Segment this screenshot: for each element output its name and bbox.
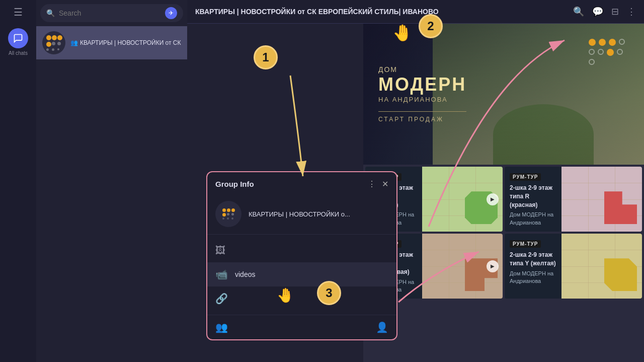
card-map-yellow [561, 234, 642, 299]
cards-grid: РУМ-ТУР 2-шка 2-9 этаж типа G (зеленая) … [363, 165, 644, 301]
step-1-circle: 1 [254, 45, 278, 69]
banner-subtitle-text: НА АНДРИАНОВА [378, 96, 466, 103]
card-right-green: ▶ [422, 167, 503, 232]
header-icons: 🔍 💬 ⊟ ⋮ [573, 6, 636, 17]
card-right-yellow [561, 234, 642, 299]
card-right-red [561, 167, 642, 232]
group-info-icon-row: ⋮ ✕ [368, 179, 388, 189]
group-info-more-icon[interactable]: ⋮ [368, 179, 376, 189]
group-info-header: Group Info ⋮ ✕ [207, 172, 396, 196]
card-yellow[interactable]: РУМ-ТУР 2-шка 2-9 этаж типа Y (желтая) Д… [505, 234, 642, 299]
all-chats-icon [8, 28, 28, 48]
banner-modern-text: МОДЕРН [378, 76, 466, 94]
card-map-red [561, 167, 642, 232]
step-3-label: 3 [326, 286, 332, 300]
banner-dom-text: ДОМ [378, 65, 466, 74]
search-icon: 🔍 [46, 9, 55, 17]
chat-header-icon[interactable]: 💬 [592, 6, 603, 17]
card-right-brown: ▶ [422, 234, 503, 299]
step-2-label: 2 [427, 19, 434, 33]
avatar-dots [44, 33, 63, 53]
group-options: 🖼 📹 videos 🔗 [207, 235, 396, 315]
more-header-icon[interactable]: ⋮ [627, 6, 636, 17]
step-2-circle: 2 [419, 14, 443, 38]
group-info-close-icon[interactable]: ✕ [382, 179, 388, 189]
group-option-photos[interactable]: 🖼 [207, 239, 396, 262]
play-btn-1[interactable]: ▶ [487, 193, 499, 205]
play-btn-3[interactable]: ▶ [487, 260, 499, 272]
add-member-icon[interactable]: 👤 [376, 321, 388, 333]
group-name-text: КВАРТИРЫ | НОВОСТРОЙКИ о... [249, 210, 350, 218]
group-avatar-dots [221, 207, 236, 221]
card-red[interactable]: РУМ-ТУР 2-шка 2-9 этаж типа R (красная) … [505, 167, 642, 232]
main-area: КВАРТИРЫ | НОВОСТРОЙКИ от СК ЕВРОПЕЙСКИЙ… [187, 0, 644, 362]
step-1-label: 1 [262, 50, 269, 64]
card-title-4: 2-шка 2-9 этаж типа Y (желтая) [510, 251, 556, 268]
card-subtitle-4: Дом МОДЕРН на Андрианова [510, 270, 556, 285]
videos-label: videos [235, 270, 255, 278]
layout-header-icon[interactable]: ⊟ [611, 6, 619, 17]
card-left-yellow: РУМ-ТУР 2-шка 2-9 этаж типа Y (желтая) Д… [505, 234, 561, 299]
card-map-green: ▶ [422, 167, 503, 232]
sidebar-item-all-chats[interactable]: All chats [8, 28, 28, 56]
rum-tag-2: РУМ-ТУР [510, 173, 541, 181]
photos-icon: 🖼 [215, 245, 225, 256]
search-bar[interactable]: 🔍 ✈ [40, 4, 183, 22]
card-left-red: РУМ-ТУР 2-шка 2-9 этаж типа R (красная) … [505, 167, 561, 232]
chat-header: КВАРТИРЫ | НОВОСТРОЙКИ от СК ЕВРОПЕЙСКИЙ… [187, 0, 644, 24]
floorplan-red [604, 191, 637, 224]
cursor-hand-1: 🤚 [392, 23, 413, 42]
chat-list-item[interactable]: 👥 КВАРТИРЫ | НОВОСТРОЙКИ от СК ЕВРОПЕЙСК… [36, 26, 187, 59]
group-option-links[interactable]: 🔗 [207, 286, 396, 311]
chat-name-icon: 👥 [70, 39, 78, 46]
rum-tag-4: РУМ-ТУР [510, 240, 541, 248]
chat-info: 👥 КВАРТИРЫ | НОВОСТРОЙКИ от СК ЕВРОПЕЙСК… [70, 39, 181, 46]
card-map-brown: ▶ [422, 234, 503, 299]
foliage [493, 104, 594, 165]
group-footer: 👥 👤 [207, 315, 396, 339]
menu-icon[interactable]: ☰ [14, 6, 23, 18]
card-subtitle-2: Дом МОДЕРН на Андрианова [510, 211, 556, 227]
videos-icon: 📹 [215, 268, 228, 280]
sidebar: ☰ All chats [0, 0, 36, 362]
telegram-icon: ✈ [165, 7, 177, 19]
chat-list-panel: 🔍 ✈ 👥 К [36, 0, 187, 362]
chat-name: 👥 КВАРТИРЫ | НОВОСТРОЙКИ от СК ЕВРОПЕЙСК… [70, 39, 181, 46]
banner-text: ДОМ МОДЕРН НА АНДРИАНОВА СТАРТ ПРОДАЖ [378, 65, 466, 123]
chat-avatar [42, 31, 65, 54]
members-icon[interactable]: 👥 [215, 321, 228, 333]
card-title-2: 2-шка 2-9 этаж типа R (красная) [510, 184, 556, 209]
chat-name-text: КВАРТИРЫ | НОВОСТРОЙКИ от СК ЕВРОПЕЙСКИЙ… [80, 39, 181, 46]
links-icon: 🔗 [215, 293, 228, 305]
banner-image: ДОМ МОДЕРН НА АНДРИАНОВА СТАРТ ПРОДАЖ [363, 24, 644, 165]
app-container: ☰ All chats 🔍 ✈ [0, 0, 644, 362]
right-content: ДОМ МОДЕРН НА АНДРИАНОВА СТАРТ ПРОДАЖ РУ… [363, 24, 644, 362]
group-avatar [215, 201, 242, 227]
group-info-title: Group Info [215, 180, 254, 188]
step-3-circle: 3 [317, 281, 341, 305]
group-profile-row: КВАРТИРЫ | НОВОСТРОЙКИ о... [207, 196, 396, 235]
all-chats-label: All chats [9, 50, 28, 56]
banner-start-text: СТАРТ ПРОДАЖ [378, 111, 466, 123]
floorplan-yellow [604, 258, 637, 291]
search-header-icon[interactable]: 🔍 [573, 6, 584, 17]
cursor-hand-2: 🤚 [277, 287, 294, 304]
search-input[interactable] [59, 9, 161, 17]
chat-title: КВАРТИРЫ | НОВОСТРОЙКИ от СК ЕВРОПЕЙСКИЙ… [195, 8, 573, 16]
group-info-panel: Group Info ⋮ ✕ [206, 171, 397, 340]
group-option-videos[interactable]: 📹 videos [207, 262, 396, 286]
dots-decoration [589, 39, 629, 65]
